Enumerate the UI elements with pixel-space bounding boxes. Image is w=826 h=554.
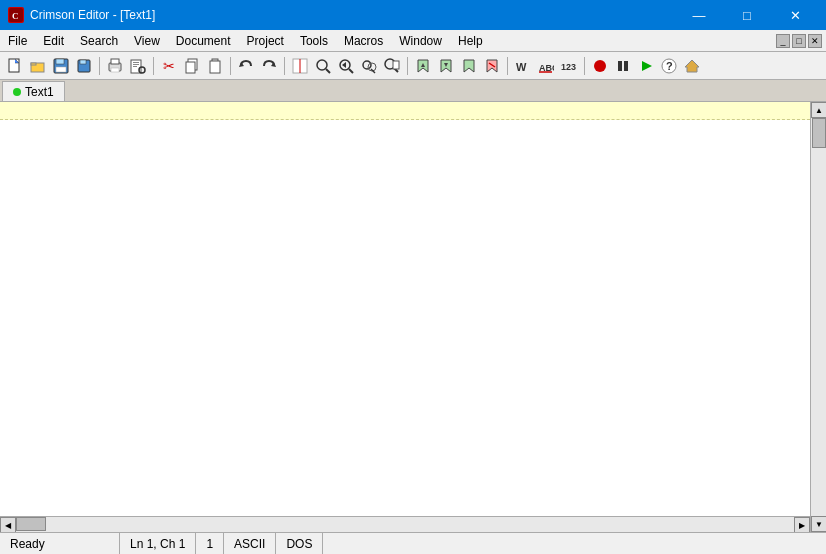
status-bar: Ready Ln 1, Ch 1 1 ASCII DOS [0, 532, 826, 554]
record-button[interactable] [589, 55, 611, 77]
svg-marker-51 [685, 60, 699, 72]
sep4 [284, 57, 285, 75]
find-button[interactable] [312, 55, 334, 77]
status-ready: Ready [0, 533, 120, 554]
svg-text:123: 123 [561, 62, 576, 72]
svg-line-30 [349, 69, 353, 73]
status-col: 1 [196, 533, 224, 554]
cut-button[interactable]: ✂ [158, 55, 180, 77]
svg-rect-47 [624, 61, 628, 71]
menu-view[interactable]: View [126, 30, 168, 51]
replace-button[interactable] [358, 55, 380, 77]
macro-button[interactable]: 123 [558, 55, 580, 77]
menu-search[interactable]: Search [72, 30, 126, 51]
menu-file[interactable]: File [0, 30, 35, 51]
bookmark-prev-button[interactable] [412, 55, 434, 77]
svg-rect-37 [393, 61, 399, 69]
print-button[interactable] [104, 55, 126, 77]
app-icon: C [8, 7, 24, 23]
status-ln-label: Ln 1, [130, 537, 157, 551]
svg-line-28 [326, 69, 330, 73]
sep5 [407, 57, 408, 75]
print-preview-button[interactable] [127, 55, 149, 77]
horizontal-scrollbar: ◀ ▶ [0, 516, 810, 532]
status-encoding: ASCII [224, 533, 276, 554]
bookmark-next-button[interactable] [435, 55, 457, 77]
svg-rect-15 [133, 64, 139, 65]
menu-window[interactable]: Window [391, 30, 450, 51]
scroll-h-thumb[interactable] [16, 517, 46, 531]
spell-button[interactable]: W [512, 55, 534, 77]
copy-button[interactable] [181, 55, 203, 77]
find-prev-button[interactable] [335, 55, 357, 77]
sub-window-controls: _ □ ✕ [774, 34, 826, 48]
sub-minimize-btn[interactable]: _ [776, 34, 790, 48]
redo-button[interactable] [258, 55, 280, 77]
new-button[interactable] [4, 55, 26, 77]
save-all-button[interactable] [73, 55, 95, 77]
svg-text:C: C [12, 11, 19, 21]
svg-point-27 [317, 60, 327, 70]
tab-text1[interactable]: Text1 [2, 81, 65, 101]
toolbar: ✂ [0, 52, 826, 80]
scroll-up-btn[interactable]: ▲ [811, 102, 826, 118]
menu-edit[interactable]: Edit [35, 30, 72, 51]
paste-button[interactable] [204, 55, 226, 77]
status-ln: Ln 1, Ch 1 [120, 533, 196, 554]
sep2 [153, 57, 154, 75]
tab-bar: Text1 [0, 80, 826, 102]
title-bar: C Crimson Editor - [Text1] — □ ✕ [0, 0, 826, 30]
close-button[interactable]: ✕ [772, 0, 818, 30]
find-in-files-button[interactable] [381, 55, 403, 77]
minimize-button[interactable]: — [676, 0, 722, 30]
editor-container: ◀ ▶ ▲ ▼ [0, 102, 826, 532]
bookmark-toggle-button[interactable] [458, 55, 480, 77]
active-line-highlight [0, 102, 810, 120]
menu-help[interactable]: Help [450, 30, 491, 51]
pause-button[interactable] [612, 55, 634, 77]
status-ch-label: Ch 1 [160, 537, 185, 551]
svg-marker-31 [342, 62, 346, 68]
svg-rect-12 [111, 68, 119, 72]
home-button[interactable] [681, 55, 703, 77]
scroll-h-track[interactable] [16, 517, 794, 532]
scroll-left-btn[interactable]: ◀ [0, 517, 16, 532]
scroll-down-btn[interactable]: ▼ [811, 516, 826, 532]
save-button[interactable] [50, 55, 72, 77]
menu-project[interactable]: Project [239, 30, 292, 51]
svg-text:✂: ✂ [163, 58, 175, 74]
sep3 [230, 57, 231, 75]
svg-rect-46 [618, 61, 622, 71]
window-controls: — □ ✕ [676, 0, 818, 30]
svg-marker-48 [642, 61, 652, 71]
scroll-right-btn[interactable]: ▶ [794, 517, 810, 532]
svg-rect-4 [31, 63, 36, 65]
maximize-button[interactable]: □ [724, 0, 770, 30]
scroll-v-thumb[interactable] [812, 118, 826, 148]
svg-rect-16 [133, 66, 137, 67]
svg-text:?: ? [666, 60, 673, 72]
menu-macros[interactable]: Macros [336, 30, 391, 51]
sub-restore-btn[interactable]: □ [792, 34, 806, 48]
editor-main[interactable]: ◀ ▶ [0, 102, 810, 532]
play-button[interactable] [635, 55, 657, 77]
bookmark-clear-button[interactable] [481, 55, 503, 77]
help-button[interactable]: ? [658, 55, 680, 77]
svg-rect-2 [9, 59, 19, 72]
svg-point-32 [363, 61, 371, 69]
svg-rect-7 [56, 67, 66, 72]
spell2-button[interactable]: ABC [535, 55, 557, 77]
tab-label: Text1 [25, 85, 54, 99]
menu-document[interactable]: Document [168, 30, 239, 51]
tab-status-dot [13, 88, 21, 96]
scroll-v-track[interactable] [811, 118, 826, 516]
menu-bar: File Edit Search View Document Project T… [0, 30, 826, 52]
sub-close-btn[interactable]: ✕ [808, 34, 822, 48]
column-marker-button[interactable] [289, 55, 311, 77]
editor-content[interactable] [0, 120, 810, 516]
window-title: Crimson Editor - [Text1] [30, 8, 676, 22]
undo-button[interactable] [235, 55, 257, 77]
open-button[interactable] [27, 55, 49, 77]
sep6 [507, 57, 508, 75]
menu-tools[interactable]: Tools [292, 30, 336, 51]
